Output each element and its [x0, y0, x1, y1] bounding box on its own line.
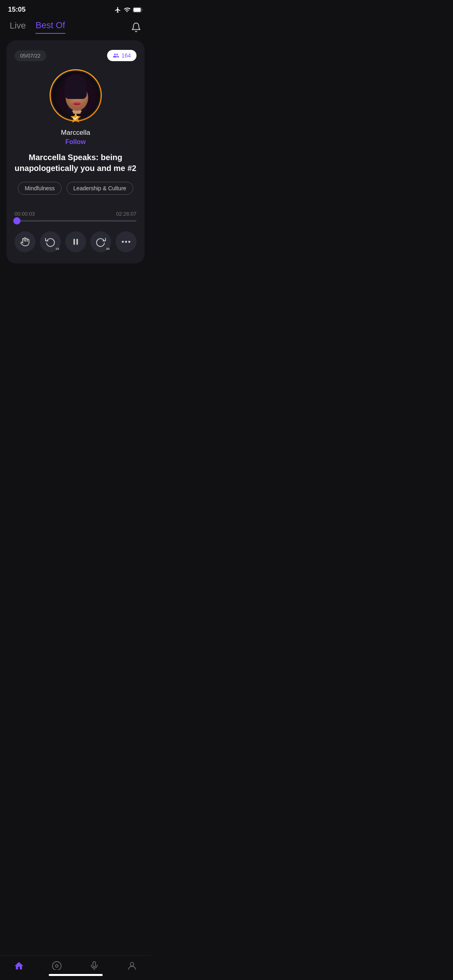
verified-badge [70, 112, 82, 124]
total-time: 02:26:07 [116, 211, 137, 217]
status-bar: 15:05 [0, 0, 151, 17]
tags-container: Mindfulness Leadership & Culture [14, 182, 137, 195]
svg-rect-16 [76, 239, 78, 245]
raise-hand-button[interactable] [14, 231, 35, 252]
status-icons [114, 6, 143, 13]
episode-card: 05/07/22 164 [6, 40, 145, 264]
svg-point-3 [63, 73, 91, 96]
battery-icon [133, 7, 143, 12]
tab-live[interactable]: Live [10, 21, 26, 33]
listeners-count: 164 [122, 52, 131, 59]
host-name: Marccella [61, 129, 90, 137]
svg-point-9 [71, 95, 75, 98]
progress-bar[interactable] [14, 220, 137, 222]
pause-button[interactable] [65, 231, 86, 252]
progress-section: 00:00:03 02:26:07 [14, 211, 137, 222]
svg-point-8 [66, 81, 88, 93]
wifi-icon [124, 6, 130, 13]
svg-point-10 [79, 95, 83, 98]
progress-thumb[interactable] [13, 217, 21, 224]
status-time: 15:05 [8, 6, 25, 14]
current-time: 00:00:03 [14, 211, 35, 217]
airplane-icon [114, 6, 121, 13]
more-options-button[interactable] [116, 231, 137, 252]
listeners-badge: 164 [107, 50, 137, 61]
tag-leadership[interactable]: Leadership & Culture [66, 182, 133, 195]
svg-marker-14 [70, 113, 81, 123]
header: Live Best Of [0, 17, 151, 40]
nav-tabs: Live Best Of [10, 20, 65, 34]
tag-mindfulness[interactable]: Mindfulness [18, 182, 62, 195]
notification-bell[interactable] [131, 21, 141, 32]
card-header: 05/07/22 164 [14, 50, 137, 61]
svg-rect-15 [73, 239, 75, 245]
svg-point-19 [128, 241, 130, 243]
listeners-icon [113, 52, 119, 59]
follow-button[interactable]: Follow [65, 138, 86, 146]
forward-label: 30 [106, 247, 110, 251]
svg-point-12 [80, 95, 83, 98]
svg-point-7 [66, 85, 88, 111]
date-badge: 05/07/22 [14, 50, 46, 61]
avatar-ring [50, 69, 102, 121]
rewind-label: 15 [56, 247, 59, 251]
svg-rect-1 [134, 8, 141, 12]
rewind-button[interactable]: 15 [40, 231, 61, 252]
forward-button[interactable]: 30 [90, 231, 111, 252]
svg-point-11 [72, 95, 74, 98]
progress-times: 00:00:03 02:26:07 [14, 211, 137, 217]
talk-title: Marccella Speaks: being unapologetically… [14, 152, 137, 174]
playback-controls: 15 30 [14, 231, 137, 252]
svg-point-18 [125, 241, 127, 243]
tab-best-of[interactable]: Best Of [35, 20, 65, 34]
host-section: Marccella Follow [14, 69, 137, 146]
svg-point-17 [122, 241, 124, 243]
